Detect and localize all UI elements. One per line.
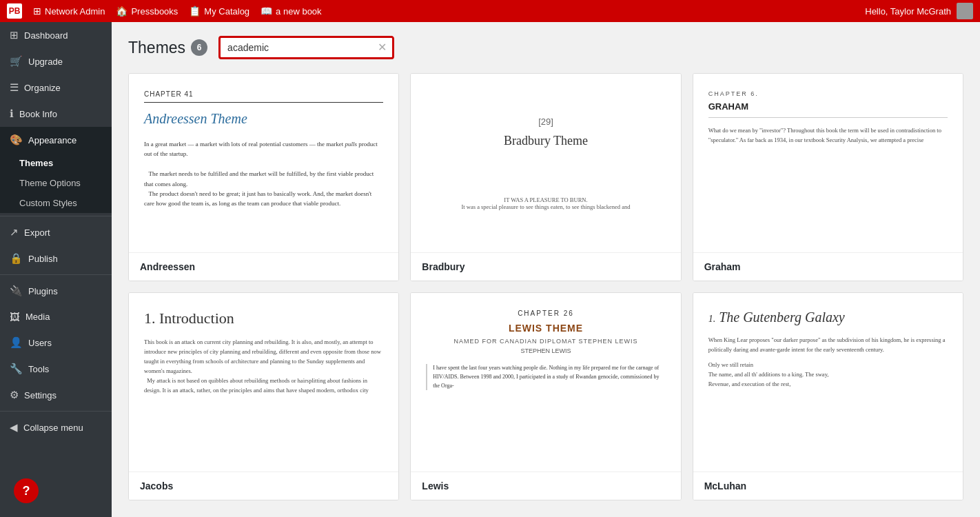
search-input[interactable] bbox=[221, 38, 372, 57]
theme-preview-graham: CHAPTER 6. GRAHAM What do we mean by "in… bbox=[693, 74, 963, 253]
topbar-my-catalog[interactable]: 📋 My Catalog bbox=[189, 6, 249, 17]
bradbury-name: Bradbury bbox=[411, 253, 680, 281]
sidebar-item-publish[interactable]: 🔒 Publish bbox=[0, 245, 112, 272]
theme-card-bradbury[interactable]: [29] Bradbury Theme IT WAS A PLEASURE TO… bbox=[410, 73, 681, 281]
sidebar-item-media[interactable]: 🖼 Media bbox=[0, 304, 112, 330]
theme-count-badge: 6 bbox=[191, 39, 207, 56]
bradbury-quote: IT WAS A PLEASURE TO BURN.It was a speci… bbox=[461, 196, 630, 210]
pb-logo: PB bbox=[7, 3, 22, 19]
andreessen-chap-label: CHAPTER 41 bbox=[144, 90, 383, 103]
sidebar-item-settings[interactable]: ⚙ Settings bbox=[0, 382, 112, 408]
sidebar-item-book-info[interactable]: ℹ Book Info bbox=[0, 101, 112, 127]
dashboard-icon: ⊞ bbox=[10, 29, 19, 41]
graham-body: What do we mean by "investor"? Throughou… bbox=[708, 126, 948, 145]
sidebar-item-users[interactable]: 👤 Users bbox=[0, 330, 112, 356]
main-layout: ⊞ Dashboard 🛒 Upgrade ☰ Organize ℹ Book … bbox=[0, 22, 980, 517]
content-area: Themes 6 ✕ CHAPTER 41 Andreessen Theme I… bbox=[112, 22, 980, 517]
appearance-submenu: Themes Theme Options Custom Styles bbox=[0, 153, 112, 213]
mcluhan-name: McLuhan bbox=[693, 472, 963, 500]
graham-chap-title: GRAHAM bbox=[708, 101, 948, 118]
lewis-chap-title: LEWIS THEME bbox=[426, 323, 665, 334]
export-icon: ↗ bbox=[10, 226, 19, 239]
graham-name: Graham bbox=[693, 253, 963, 281]
search-clear-button[interactable]: ✕ bbox=[372, 42, 392, 53]
bradbury-chap-num: [29] bbox=[538, 116, 553, 127]
book-icon: 📖 bbox=[261, 6, 272, 17]
theme-card-graham[interactable]: CHAPTER 6. GRAHAM What do we mean by "in… bbox=[693, 73, 963, 281]
theme-card-mcluhan[interactable]: 1. The Gutenberg Galaxy When King Lear p… bbox=[693, 292, 963, 500]
sidebar-item-appearance[interactable]: 🎨 Appearance bbox=[0, 127, 112, 153]
theme-preview-andreessen: CHAPTER 41 Andreessen Theme In a great m… bbox=[129, 74, 398, 253]
collapse-icon: ◀ bbox=[10, 421, 18, 434]
appearance-icon: 🎨 bbox=[10, 134, 23, 146]
sidebar-item-dashboard[interactable]: ⊞ Dashboard bbox=[0, 22, 112, 48]
lewis-chap-num: Chapter 26 bbox=[426, 310, 665, 317]
publish-icon: 🔒 bbox=[10, 252, 23, 265]
graham-chap-label: CHAPTER 6. bbox=[708, 90, 948, 97]
theme-preview-jacobs: 1. Introduction This book is an attack o… bbox=[129, 293, 398, 472]
network-icon: ⊞ bbox=[33, 6, 41, 17]
jacobs-chap-title: 1. Introduction bbox=[144, 310, 383, 327]
sidebar-item-organize[interactable]: ☰ Organize bbox=[0, 74, 112, 101]
users-icon: 👤 bbox=[10, 336, 23, 349]
submenu-themes[interactable]: Themes bbox=[0, 153, 112, 173]
content-header: Themes 6 ✕ bbox=[128, 36, 963, 59]
theme-card-andreessen[interactable]: CHAPTER 41 Andreessen Theme In a great m… bbox=[128, 73, 399, 281]
andreessen-name: Andreessen bbox=[129, 253, 398, 281]
jacobs-name: Jacobs bbox=[129, 472, 398, 500]
sidebar-item-upgrade[interactable]: 🛒 Upgrade bbox=[0, 48, 112, 74]
tools-icon: 🔧 bbox=[10, 363, 23, 375]
submenu-theme-options[interactable]: Theme Options bbox=[0, 173, 112, 193]
andreessen-chap-title: Andreessen Theme bbox=[144, 111, 383, 127]
andreessen-body: In a great market — a market with lots o… bbox=[144, 139, 383, 209]
themes-grid: CHAPTER 41 Andreessen Theme In a great m… bbox=[128, 73, 963, 500]
lewis-author: STEPHEN LEWIS bbox=[426, 347, 665, 354]
sidebar: ⊞ Dashboard 🛒 Upgrade ☰ Organize ℹ Book … bbox=[0, 22, 112, 517]
settings-icon: ⚙ bbox=[10, 389, 19, 401]
theme-card-lewis[interactable]: Chapter 26 LEWIS THEME NAMED FOR CANADIA… bbox=[410, 292, 681, 500]
topbar-network-admin[interactable]: ⊞ Network Admin bbox=[33, 6, 105, 17]
sidebar-item-tools[interactable]: 🔧 Tools bbox=[0, 356, 112, 382]
topbar-logo[interactable]: PB bbox=[7, 3, 22, 19]
organize-icon: ☰ bbox=[10, 81, 19, 94]
lewis-body: I have spent the last four years watchin… bbox=[426, 364, 665, 390]
submenu-custom-styles[interactable]: Custom Styles bbox=[0, 193, 112, 213]
upgrade-icon: 🛒 bbox=[10, 55, 23, 68]
media-icon: 🖼 bbox=[10, 311, 20, 323]
topbar-greeting: Hello, Taylor McGrath bbox=[865, 6, 951, 17]
user-avatar bbox=[957, 3, 973, 19]
theme-preview-mcluhan: 1. The Gutenberg Galaxy When King Lear p… bbox=[693, 293, 963, 472]
topbar-left: PB ⊞ Network Admin 🏠 Pressbooks 📋 My Cat… bbox=[7, 3, 865, 19]
mcluhan-chap-title: 1. The Gutenberg Galaxy bbox=[708, 310, 948, 325]
mcluhan-body: When King Lear proposes "our darker purp… bbox=[708, 335, 948, 354]
jacobs-body: This book is an attack on current city p… bbox=[144, 337, 383, 395]
sidebar-divider-2 bbox=[0, 274, 112, 275]
sidebar-divider-1 bbox=[0, 216, 112, 216]
theme-preview-lewis: Chapter 26 LEWIS THEME NAMED FOR CANADIA… bbox=[411, 293, 680, 472]
theme-preview-bradbury: [29] Bradbury Theme IT WAS A PLEASURE TO… bbox=[411, 74, 680, 253]
sidebar-divider-3 bbox=[0, 411, 112, 412]
page-title: Themes 6 bbox=[128, 39, 207, 57]
topbar: PB ⊞ Network Admin 🏠 Pressbooks 📋 My Cat… bbox=[0, 0, 980, 22]
help-button[interactable]: ? bbox=[14, 478, 39, 503]
sidebar-item-plugins[interactable]: 🔌 Plugins bbox=[0, 278, 112, 304]
theme-card-jacobs[interactable]: 1. Introduction This book is an attack o… bbox=[128, 292, 399, 500]
lewis-sub: NAMED FOR CANADIAN DIPLOMAT STEPHEN LEWI… bbox=[426, 338, 665, 345]
home-icon: 🏠 bbox=[116, 6, 127, 17]
catalog-icon: 📋 bbox=[189, 6, 201, 17]
sidebar-item-export[interactable]: ↗ Export bbox=[0, 219, 112, 245]
topbar-right: Hello, Taylor McGrath bbox=[865, 3, 973, 19]
bradbury-chap-title: Bradbury Theme bbox=[504, 134, 588, 148]
mcluhan-body2: Only we still retainThe name, and all th… bbox=[708, 360, 948, 389]
info-icon: ℹ bbox=[10, 108, 14, 120]
topbar-new-book[interactable]: 📖 a new book bbox=[261, 6, 322, 17]
topbar-pressbooks[interactable]: 🏠 Pressbooks bbox=[116, 6, 178, 17]
sidebar-item-collapse[interactable]: ◀ Collapse menu bbox=[0, 414, 112, 440]
search-wrapper: ✕ bbox=[218, 36, 394, 59]
lewis-name: Lewis bbox=[411, 472, 680, 500]
plugins-icon: 🔌 bbox=[10, 285, 23, 297]
